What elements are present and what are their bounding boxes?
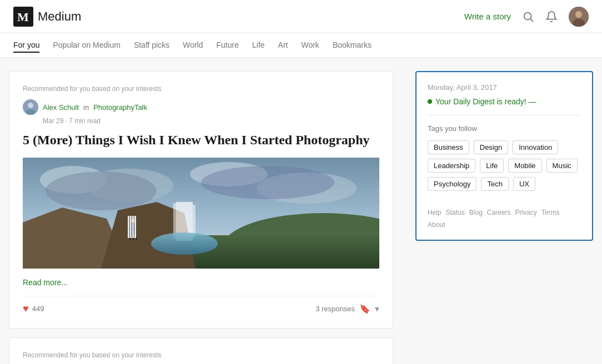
article-footer: ♥ 449 3 responses 🔖 ▾ (23, 296, 379, 315)
like-count: 449 (32, 305, 44, 313)
publication-name[interactable]: PhotographyTalk (93, 103, 147, 112)
svg-point-2 (524, 12, 531, 19)
feed: Recommended for you based on your intere… (9, 71, 393, 364)
responses-text[interactable]: 3 responses (315, 305, 355, 313)
nav-item-art[interactable]: Art (278, 38, 288, 53)
like-area: ♥ 449 (23, 303, 44, 315)
nav-item-popular[interactable]: Popular on Medium (53, 38, 120, 53)
tag-leadership[interactable]: Leadership (428, 159, 475, 173)
footer-link-terms[interactable]: Terms (541, 209, 560, 216)
tag-ux[interactable]: UX (513, 177, 535, 191)
nav-item-future[interactable]: Future (217, 38, 239, 53)
nav-item-for-you[interactable]: For you (13, 38, 39, 53)
footer-link-about[interactable]: About (428, 221, 445, 229)
main-layout: Recommended for you based on your intere… (0, 58, 602, 364)
tag-mobile[interactable]: Mobile (508, 159, 541, 173)
svg-point-5 (575, 11, 582, 18)
footer-links: Help Status Blog Careers Privacy Terms A… (428, 204, 581, 229)
article-card-2: Recommended for you based on your intere… (9, 337, 393, 364)
header: M Medium Write a story (0, 0, 602, 33)
svg-point-8 (28, 103, 33, 108)
footer-link-careers[interactable]: Careers (487, 209, 511, 216)
article-meta: Mar 29 · 7 min read (43, 117, 379, 125)
svg-point-15 (46, 171, 157, 210)
author-line: Alex Schult in PhotographyTalk (23, 99, 379, 115)
svg-point-16 (201, 166, 334, 199)
nav-item-world[interactable]: World (183, 38, 203, 53)
article-image (23, 158, 379, 269)
bell-icon[interactable] (545, 11, 558, 23)
tags-grid: Business Design Innovation Leadership Li… (428, 140, 581, 191)
svg-point-24 (151, 232, 218, 255)
svg-line-3 (530, 19, 533, 22)
search-icon[interactable] (522, 11, 534, 23)
medium-logo-icon: M (13, 7, 33, 27)
tag-design[interactable]: Design (474, 140, 508, 154)
nav-item-staff-picks[interactable]: Staff picks (134, 38, 169, 53)
footer-link-blog[interactable]: Blog (469, 209, 483, 216)
tag-tech[interactable]: Tech (481, 177, 508, 191)
nav-item-bookmarks[interactable]: Bookmarks (333, 38, 372, 53)
more-options-icon[interactable]: ▾ (375, 304, 379, 314)
write-story-link[interactable]: Write a story (464, 12, 511, 21)
sidebar: Monday, April 3, 2017 Your Daily Digest … (415, 71, 593, 364)
author-in-text: in (83, 103, 89, 112)
digest-dot-icon (428, 99, 432, 104)
tags-label: Tags you follow (428, 124, 581, 133)
recommendation-label: Recommended for you based on your intere… (23, 85, 379, 93)
avatar[interactable] (569, 7, 589, 27)
nav-item-life[interactable]: Life (252, 38, 265, 53)
digest-date: Monday, April 3, 2017 (428, 83, 581, 92)
tag-life[interactable]: Life (480, 159, 504, 173)
article-card: Recommended for you based on your intere… (9, 71, 393, 328)
heart-icon[interactable]: ♥ (23, 303, 29, 315)
logo-area: M Medium (13, 7, 464, 27)
digest-card: Monday, April 3, 2017 Your Daily Digest … (415, 71, 593, 241)
recommendation-label-2: Recommended for you based on your intere… (23, 351, 379, 359)
author-name[interactable]: Alex Schult (43, 103, 79, 112)
responses-area: 3 responses 🔖 ▾ (315, 304, 379, 314)
footer-link-status[interactable]: Status (446, 209, 465, 216)
read-more-link[interactable]: Read more... (23, 278, 68, 287)
header-actions: Write a story (464, 7, 589, 27)
footer-link-privacy[interactable]: Privacy (515, 209, 536, 216)
author-avatar (23, 99, 38, 115)
nav-item-work[interactable]: Work (301, 38, 319, 53)
svg-rect-28 (131, 227, 136, 231)
tag-psychology[interactable]: Psychology (428, 177, 476, 191)
bookmark-icon[interactable]: 🔖 (359, 304, 370, 314)
tag-music[interactable]: Music (546, 159, 578, 173)
logo-text: Medium (38, 9, 81, 24)
svg-point-31 (132, 219, 135, 221)
digest-ready[interactable]: Your Daily Digest is ready! — (428, 97, 581, 115)
tag-business[interactable]: Business (428, 140, 469, 154)
footer-link-help[interactable]: Help (428, 209, 442, 216)
nav: For you Popular on Medium Staff picks Wo… (0, 33, 602, 58)
svg-text:M: M (17, 10, 29, 24)
tag-innovation[interactable]: Innovation (513, 140, 558, 154)
article-title: 5 (More) Things I Wish I Knew When I Sta… (23, 132, 379, 149)
digest-text: Your Daily Digest is ready! — (435, 97, 536, 106)
